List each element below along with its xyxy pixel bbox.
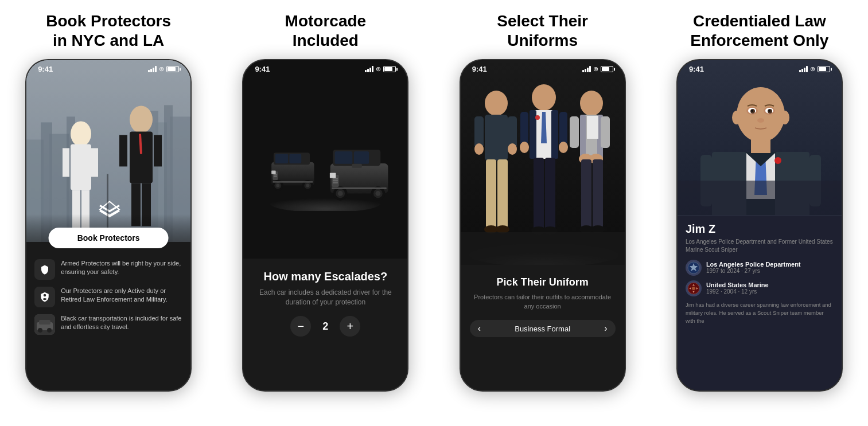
section-title-1: Book Protectorsin NYC and LA — [46, 11, 171, 50]
motorcade-image — [243, 60, 407, 259]
svg-point-77 — [532, 84, 556, 111]
profile-name: Jim Z — [686, 222, 834, 236]
status-bar-3: 9:41 ⊜ — [461, 60, 625, 76]
svg-rect-68 — [485, 115, 508, 161]
svg-point-31 — [47, 328, 52, 333]
people-svg — [461, 60, 625, 265]
svg-point-76 — [496, 225, 509, 233]
svg-point-91 — [580, 91, 603, 116]
prev-uniform-arrow[interactable]: ‹ — [478, 323, 481, 334]
svg-rect-51 — [354, 151, 369, 164]
time-3: 9:41 — [472, 65, 487, 73]
time-4: 9:41 — [689, 65, 704, 73]
svg-rect-80 — [551, 110, 558, 159]
increment-button[interactable]: + — [340, 316, 360, 337]
svg-rect-55 — [333, 182, 338, 183]
profile-sub: Los Angeles Police Department and Former… — [686, 238, 834, 254]
cred-title-1: Los Angeles Police Department — [706, 261, 834, 268]
svg-point-90 — [535, 115, 540, 120]
svg-rect-70 — [508, 116, 517, 148]
feature-text-2: Our Protectors are only Active duty or R… — [61, 287, 182, 304]
svg-rect-47 — [273, 181, 313, 182]
svg-rect-73 — [486, 159, 496, 228]
svg-point-85 — [559, 142, 568, 153]
svg-rect-64 — [352, 164, 363, 168]
svg-rect-54 — [333, 180, 338, 182]
svg-rect-38 — [274, 174, 277, 175]
shield-icon — [34, 259, 55, 280]
features-list: Armed Protectors will be right by your s… — [26, 242, 190, 390]
counter-row: − 2 + — [252, 316, 398, 337]
uniform-selector[interactable]: ‹ Business Formal › — [470, 320, 616, 337]
svg-rect-100 — [581, 159, 591, 228]
uniform-heading: Pick Their Uniform — [497, 276, 589, 288]
phone-1: 9:41 ⊜ — [25, 59, 192, 392]
motorcade-content: How many Escalades? Each car includes a … — [243, 259, 407, 390]
svg-point-43 — [277, 184, 280, 187]
badge-icon — [34, 287, 55, 307]
svg-rect-35 — [275, 154, 288, 163]
svg-rect-97 — [601, 116, 610, 148]
credential-item-2: United States Marine 1992 · 2004 · 12 yr… — [686, 280, 834, 296]
svg-rect-86 — [534, 158, 544, 229]
section-motorcade: MotorcadeIncluded 9:41 ⊜ — [217, 0, 434, 426]
wifi-icon-1: ⊜ — [159, 65, 164, 73]
svg-rect-56 — [330, 173, 336, 178]
svg-rect-129 — [678, 181, 842, 215]
decrement-button[interactable]: − — [290, 316, 311, 337]
book-protectors-button[interactable]: Book Protectors — [49, 228, 169, 248]
person-svg — [678, 60, 842, 215]
svg-point-113 — [732, 111, 741, 124]
battery-icon-3 — [601, 66, 613, 72]
svg-rect-53 — [333, 178, 338, 179]
svg-rect-12 — [71, 144, 91, 190]
cred-years-1: 1997 to 2024 · 27 yrs — [706, 268, 834, 274]
signal-icon-3 — [582, 66, 591, 72]
svg-rect-96 — [570, 116, 579, 148]
counter-value: 2 — [322, 321, 328, 333]
svg-point-30 — [38, 328, 42, 333]
svg-point-67 — [485, 91, 508, 116]
svg-rect-83 — [559, 112, 567, 146]
svg-rect-93 — [580, 115, 586, 161]
time-2: 9:41 — [255, 65, 270, 73]
profile-image — [678, 60, 842, 216]
status-icons-4: ⊜ — [799, 65, 830, 73]
feature-item-1: Armed Protectors will be right by your s… — [34, 259, 182, 280]
svg-rect-74 — [497, 159, 508, 228]
phone-3: 9:41 ⊜ — [460, 59, 626, 392]
cred-title-2: United States Marine — [706, 282, 834, 288]
section-title-2: MotorcadeIncluded — [285, 11, 367, 50]
svg-point-133 — [692, 287, 695, 290]
motorcade-sub: Each car includes a dedicated driver for… — [252, 288, 398, 307]
svg-point-59 — [338, 191, 343, 196]
svg-point-72 — [508, 143, 517, 155]
uniforms-image — [461, 60, 625, 265]
status-icons-3: ⊜ — [582, 65, 613, 73]
svg-rect-39 — [274, 175, 277, 177]
feature-item-2: Our Protectors are only Active duty or R… — [34, 287, 182, 307]
status-bar-2: 9:41 ⊜ — [243, 60, 407, 76]
svg-rect-87 — [545, 158, 555, 229]
svg-point-122 — [768, 110, 770, 112]
time-1: 9:41 — [38, 65, 53, 73]
wifi-icon-4: ⊜ — [810, 65, 815, 73]
svg-rect-36 — [290, 154, 302, 163]
hero-image-1 — [26, 60, 190, 242]
svg-point-114 — [780, 111, 789, 124]
battery-icon-1 — [166, 66, 179, 72]
signal-icon-2 — [365, 66, 373, 72]
svg-rect-29 — [39, 320, 50, 325]
svg-rect-50 — [335, 151, 353, 164]
svg-rect-82 — [520, 112, 528, 146]
status-bar-1: 9:41 ⊜ — [26, 60, 190, 76]
cred-years-2: 1992 · 2004 · 12 yrs — [706, 288, 834, 295]
svg-point-17 — [130, 106, 153, 134]
svg-point-11 — [71, 122, 91, 147]
feature-text-3: Black car transportation is included for… — [61, 314, 182, 332]
profile-bio: Jim has had a diverse career spanning la… — [686, 301, 834, 326]
next-uniform-arrow[interactable]: › — [604, 323, 607, 334]
phone-2: 9:41 ⊜ — [242, 59, 408, 392]
profile-content: Jim Z Los Angeles Police Department and … — [678, 216, 842, 390]
svg-point-123 — [757, 118, 764, 123]
